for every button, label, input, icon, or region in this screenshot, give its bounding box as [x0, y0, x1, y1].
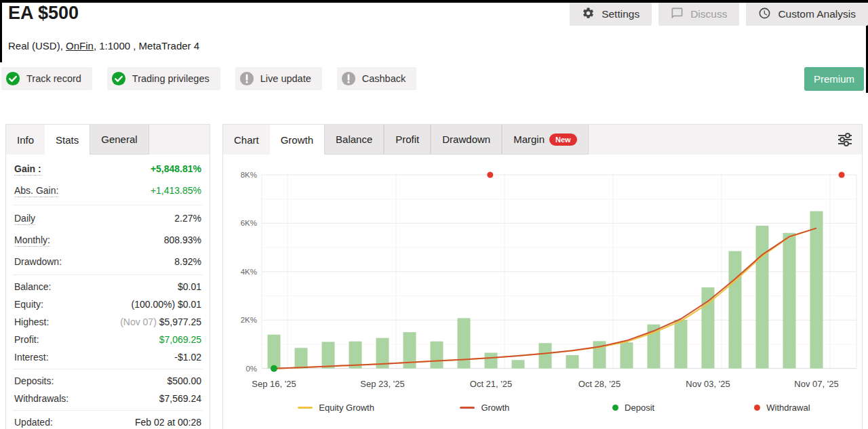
tab-label: Balance	[336, 134, 372, 145]
premium-button[interactable]: Premium	[804, 67, 864, 91]
x-axis-label: Sep 16, '25	[252, 379, 296, 389]
badge-live-update: Live update	[235, 67, 322, 90]
stat-label: Balance:	[14, 281, 51, 292]
growth-bar	[756, 226, 769, 369]
broker-link[interactable]: OnFin	[66, 40, 94, 52]
growth-bar	[783, 233, 796, 369]
growth-bar	[268, 335, 281, 369]
growth-bar	[539, 343, 552, 368]
chart-panel: ChartGrowthBalanceProfitDrawdownMarginNe…	[222, 124, 863, 429]
window-border-left	[0, 0, 2, 62]
stat-label: Drawdown:	[14, 256, 62, 267]
stats-panel: InfoStatsGeneral Gain :+5,848.81%Abs. Ga…	[5, 124, 210, 429]
new-badge: New	[549, 134, 577, 146]
divider	[13, 410, 203, 411]
growth-bar	[620, 342, 633, 369]
button-label: Discuss	[690, 8, 727, 20]
badge-label: Track record	[26, 73, 81, 84]
stat-label: Gain :	[14, 163, 41, 176]
stat-value: $500.00	[167, 375, 201, 386]
legend-label: Deposit	[625, 403, 654, 413]
withdrawal-dot	[839, 172, 845, 178]
check-icon	[111, 71, 126, 86]
gear-icon	[582, 7, 595, 22]
clock-icon	[758, 7, 771, 22]
withdrawal-dot	[487, 172, 493, 178]
chart-tab-margin[interactable]: MarginNew	[502, 125, 588, 155]
exclamation-icon	[239, 71, 254, 86]
growth-bars	[268, 211, 823, 369]
growth-bar	[729, 251, 742, 368]
badge-label: Cashback	[362, 73, 406, 84]
deposit-dot	[271, 365, 277, 372]
stat-label: Equity:	[14, 299, 43, 310]
growth-bar	[431, 342, 443, 369]
growth-bar	[675, 320, 688, 369]
stat-label: Withdrawals:	[14, 393, 68, 404]
growth-bar	[295, 348, 308, 368]
x-axis-label: Oct 28, '25	[578, 379, 620, 389]
sliders-icon[interactable]	[836, 131, 854, 150]
stat-label: Deposits:	[14, 375, 54, 386]
button-label: Settings	[601, 8, 639, 20]
growth-bar	[512, 360, 525, 368]
verification-badges: Track recordTrading privilegesLive updat…	[1, 67, 416, 90]
account-type: Real (USD),	[8, 40, 66, 52]
chart-tab-growth[interactable]: Growth	[270, 125, 324, 155]
stat-row-abs-gain: Abs. Gain:+1,413.85%	[6, 180, 210, 202]
tab-label: Profit	[395, 134, 419, 145]
tab-label: Margin	[513, 134, 545, 145]
stat-value: 8.92%	[174, 256, 201, 267]
exclamation-icon	[341, 71, 356, 86]
stat-value: +1,413.85%	[151, 185, 201, 196]
button-label: Custom Analysis	[778, 8, 856, 20]
x-axis-label: Oct 21, '25	[470, 379, 512, 389]
tab-stats[interactable]: Stats	[45, 125, 90, 155]
stat-value: -$1.02	[174, 352, 201, 363]
y-axis-label: 2K%	[241, 316, 257, 324]
tab-general[interactable]: General	[90, 125, 149, 155]
header-buttons: SettingsDiscussCustom Analysis	[570, 3, 868, 26]
badge-cashback: Cashback	[337, 67, 416, 90]
legend-line-swatch	[298, 407, 313, 409]
stat-row-gain: Gain :+5,848.81%	[6, 159, 210, 180]
stat-label: Abs. Gain:	[14, 185, 58, 197]
growth-bar	[458, 318, 471, 368]
divider	[13, 369, 203, 369]
chart-tab-chart[interactable]: Chart	[223, 125, 270, 155]
stat-value: (Nov 07) $5,977.25	[120, 316, 201, 327]
stat-value: $7,569.24	[159, 393, 201, 404]
stat-row-daily: Daily2.27%	[6, 208, 210, 230]
stat-row-deposits: Deposits:$500.00	[6, 372, 210, 390]
tab-label: Chart	[234, 134, 259, 146]
stats-tabstrip: InfoStatsGeneral	[6, 125, 210, 155]
stat-label: Updated:	[14, 417, 53, 428]
divider	[13, 205, 203, 205]
x-axis-label: Nov 07, '25	[794, 379, 838, 389]
growth-chart: 0%2K%4K%6K%8K%Sep 16, '25Sep 23, '25Oct …	[226, 170, 861, 401]
chart-legend: Equity GrowthGrowthDepositWithdrawal	[262, 403, 856, 413]
discuss-icon	[671, 7, 684, 22]
tab-label: Drawdown	[442, 134, 490, 145]
settings-button[interactable]: Settings	[570, 3, 652, 26]
stat-row-withdrawals: Withdrawals:$7,569.24	[6, 390, 210, 407]
custom-analysis-button[interactable]: Custom Analysis	[746, 3, 868, 26]
tab-info[interactable]: Info	[6, 125, 45, 155]
stat-label: Profit:	[14, 334, 39, 345]
legend-item-withdrawal: Withdrawal	[708, 403, 856, 413]
y-axis-label: 6K%	[241, 219, 257, 227]
stat-row-monthly: Monthly:808.93%	[6, 230, 210, 251]
legend-item-growth: Growth	[410, 403, 559, 413]
discuss-button[interactable]: Discuss	[658, 3, 739, 26]
page-title: EA $500	[8, 3, 79, 24]
stat-value-prefix: (Nov 07)	[120, 316, 159, 327]
chart-tab-balance[interactable]: Balance	[324, 125, 384, 155]
stat-value: +5,848.81%	[151, 163, 201, 174]
stat-label: Interest:	[14, 352, 49, 363]
chart-tab-profit[interactable]: Profit	[384, 125, 431, 155]
stat-value: $0.01	[178, 281, 201, 292]
legend-dot-swatch	[754, 405, 760, 411]
stat-row-interest: Interest:-$1.02	[6, 348, 210, 366]
y-axis-label: 0%	[245, 365, 257, 373]
chart-tab-drawdown[interactable]: Drawdown	[431, 125, 502, 155]
